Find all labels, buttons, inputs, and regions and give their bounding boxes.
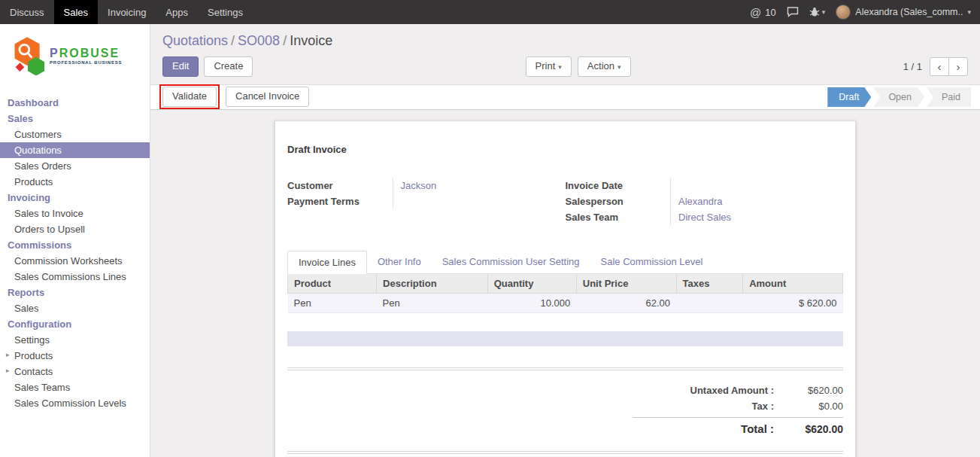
cell-product: Pen [288,293,377,312]
print-dropdown-button[interactable]: Print▾ [526,56,572,77]
menu-invoicing[interactable]: Invoicing [98,0,156,24]
status-pills: Draft Open Paid [827,87,971,107]
separator-rule [287,451,843,454]
expand-arrow-icon: ▸ [6,367,10,374]
control-panel: Quotations/SO008/Invoice Edit Create Pri… [150,24,980,84]
pager-next-button[interactable]: › [948,57,968,76]
edit-button[interactable]: Edit [162,56,199,77]
header-description[interactable]: Description [377,274,488,294]
field-group-left: Customer Jackson Payment Terms [287,178,566,209]
sidebar-heading-sales[interactable]: Sales [0,111,150,126]
chevron-left-icon: ‹ [938,60,942,73]
sidebar: PROBUSE PROFESSIONAL BUSINESS Dashboard … [0,24,150,457]
breadcrumb-separator: / [228,33,238,48]
tab-other-info[interactable]: Other Info [367,251,432,274]
header-taxes[interactable]: Taxes [676,274,743,294]
activities-indicator[interactable]: @ 10 [750,6,776,19]
sidebar-item-sales-to-invoice[interactable]: Sales to Invoice [0,206,150,221]
cell-taxes [676,293,743,312]
totals-block: Untaxed Amount : $620.00 Tax : $0.00 Tot… [633,382,843,437]
messages-menu[interactable] [787,7,799,17]
invoice-line-row[interactable]: Pen Pen 10.000 62.00 $ 620.00 [288,293,843,312]
chevron-down-icon: ▾ [558,63,562,71]
pager-value: 1 / 1 [903,61,922,72]
untaxed-amount-value: $620.00 [774,385,843,396]
create-button[interactable]: Create [204,56,253,77]
sidebar-item-customers[interactable]: Customers [0,126,150,142]
main-menu: Discuss Sales Invoicing Apps Settings [0,0,253,24]
activities-at-icon: @ [750,6,761,19]
annotation-highlight-box: Validate [159,84,220,109]
logo-name-rest: ROBUSE [59,47,120,59]
probuse-logo-icon [11,36,45,75]
menu-sales[interactable]: Sales [54,0,99,24]
payment-terms-label: Payment Terms [287,193,393,209]
sidebar-heading-dashboard[interactable]: Dashboard [0,95,150,111]
user-menu[interactable]: Alexandra (Sales_comm.. ▾ [836,5,971,20]
cancel-invoice-button[interactable]: Cancel Invoice [226,87,309,107]
salesperson-value[interactable]: Alexandra [671,193,844,209]
chevron-down-icon: ▾ [967,8,971,16]
invoice-date-value [671,178,844,193]
sales-team-value[interactable]: Direct Sales [671,209,844,225]
chat-bubble-icon [787,7,799,17]
logo-text: PROBUSE PROFESSIONAL BUSINESS [50,47,122,65]
header-quantity[interactable]: Quantity [487,274,576,294]
sidebar-nav: Dashboard Sales Customers Quotations Sal… [0,95,150,411]
sidebar-heading-configuration[interactable]: Configuration [0,316,150,332]
total-value: $620.00 [774,423,843,435]
field-group-right: Invoice Date Salesperson Alexandra Sales… [566,178,844,225]
sidebar-item-orders-to-upsell[interactable]: Orders to Upsell [0,221,150,237]
header-amount[interactable]: Amount [743,274,843,294]
control-panel-buttons: Edit Create Print▾ Action▾ 1 / 1 ‹ › [162,56,968,77]
sidebar-heading-invoicing[interactable]: Invoicing [0,190,150,206]
status-pill-open[interactable]: Open [873,87,924,107]
sidebar-item-products[interactable]: Products [0,174,150,190]
validate-button[interactable]: Validate [162,87,217,107]
menu-apps[interactable]: Apps [156,0,198,24]
sidebar-item-commission-worksheets[interactable]: Commission Worksheets [0,253,150,269]
cell-unit-price: 62.00 [576,293,676,312]
logo-name-first: P [50,47,59,59]
form-view-area: Draft Invoice Customer Jackson Payment T… [150,110,980,457]
sidebar-heading-reports[interactable]: Reports [0,285,150,300]
pager: 1 / 1 ‹ › [903,57,968,76]
sidebar-item-config-contacts[interactable]: ▸Contacts [0,364,150,379]
activities-count: 10 [765,7,775,18]
sidebar-item-quotations[interactable]: Quotations [0,142,150,158]
tab-sale-commission-level[interactable]: Sale Commission Level [590,251,714,274]
payment-terms-value [393,193,566,209]
sidebar-item-config-products[interactable]: ▸Products [0,348,150,364]
status-pill-paid[interactable]: Paid [927,87,971,107]
header-product[interactable]: Product [288,274,377,294]
untaxed-amount-row: Untaxed Amount : $620.00 [633,382,843,398]
sidebar-item-reports-sales[interactable]: Sales [0,300,150,316]
top-bar-right: @ 10 ▾ Alexandra (Sales_comm.. ▾ [750,0,980,24]
sidebar-item-sales-orders[interactable]: Sales Orders [0,158,150,174]
debug-menu[interactable]: ▾ [809,7,826,17]
customer-value[interactable]: Jackson [393,178,566,193]
pager-previous-button[interactable]: ‹ [930,57,949,76]
breadcrumb-so008[interactable]: SO008 [238,33,280,48]
invoice-date-label: Invoice Date [566,178,671,193]
menu-discuss[interactable]: Discuss [0,0,54,24]
header-unit-price[interactable]: Unit Price [576,274,676,294]
tab-sales-commission-user-setting[interactable]: Sales Commission User Setting [432,251,590,274]
sidebar-item-settings[interactable]: Settings [0,332,150,348]
tab-invoice-lines[interactable]: Invoice Lines [287,251,367,274]
tax-label: Tax : [752,401,774,412]
total-label: Total : [741,422,774,435]
table-header-row: Product Description Quantity Unit Price … [288,274,843,294]
status-pill-draft[interactable]: Draft [827,87,871,107]
action-dropdown-button[interactable]: Action▾ [578,56,631,77]
notes-section-bar[interactable] [287,331,843,346]
untaxed-amount-label: Untaxed Amount : [690,385,774,396]
menu-settings[interactable]: Settings [198,0,253,24]
sidebar-item-sales-commissions-lines[interactable]: Sales Commissions Lines [0,269,150,285]
salesperson-label: Salesperson [566,193,671,209]
sidebar-item-sales-teams[interactable]: Sales Teams [0,379,150,395]
sidebar-item-label: Products [14,350,53,361]
breadcrumb-quotations[interactable]: Quotations [162,33,228,48]
sidebar-heading-commissions[interactable]: Commissions [0,237,150,253]
sidebar-item-sales-commission-levels[interactable]: Sales Commission Levels [0,395,150,411]
